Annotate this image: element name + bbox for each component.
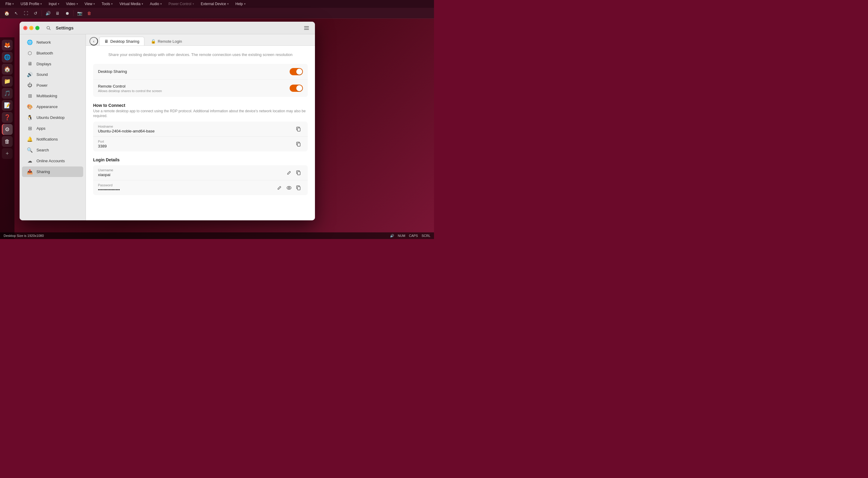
- hostname-label: Hostname: [98, 125, 155, 128]
- settings-title: Settings: [56, 25, 73, 30]
- desktop-sharing-toggle[interactable]: [290, 68, 303, 75]
- sidebar-item-appearance[interactable]: 🎨 Appearance: [22, 101, 83, 112]
- statusbar-speaker-icon: 🔊: [390, 234, 394, 238]
- taskbar-trash[interactable]: 🗑: [2, 136, 13, 147]
- window-close-button[interactable]: ×: [23, 26, 27, 30]
- desktop-sharing-label: Desktop Sharing: [98, 69, 127, 74]
- menu-tools[interactable]: Tools ▾: [98, 1, 116, 7]
- taskbar-firefox[interactable]: 🦊: [2, 40, 13, 50]
- password-row: Password ••••••••••••••••: [93, 180, 308, 195]
- menu-power-control[interactable]: Power Control ▾: [165, 1, 197, 7]
- toolbar-sep-2: [73, 10, 73, 16]
- how-to-connect-title: How to Connect: [93, 103, 308, 108]
- taskbar-settings[interactable]: ⚙: [2, 124, 13, 135]
- toolbar-cursor[interactable]: ↖: [12, 9, 21, 18]
- window-minimize-button[interactable]: −: [29, 26, 33, 30]
- multitasking-icon: ⊞: [27, 93, 33, 99]
- sidebar-item-apps[interactable]: ⊞ Apps: [22, 123, 83, 134]
- appearance-icon: 🎨: [27, 104, 33, 109]
- menu-video[interactable]: Video ▾: [63, 1, 81, 7]
- search-button[interactable]: [44, 23, 53, 33]
- hostname-value: Ubuntu-2404-noble-amd64-base: [98, 129, 155, 133]
- sidebar-item-sharing[interactable]: 📤 Sharing: [22, 166, 83, 177]
- settings-window: × − □ Settings: [20, 22, 315, 220]
- edit-username-button[interactable]: [285, 169, 293, 177]
- content-tabbar: ‹ 🖥 Desktop Sharing 🔒 Remote Login: [86, 34, 315, 46]
- window-maximize-button[interactable]: □: [35, 26, 39, 30]
- tab-remote-login[interactable]: 🔒 Remote Login: [146, 37, 187, 45]
- toolbar-sound[interactable]: 🔊: [44, 9, 52, 18]
- sidebar-item-ubuntu-desktop[interactable]: 🐧 Ubuntu Desktop: [22, 112, 83, 123]
- search-icon: [46, 26, 51, 30]
- menu-view[interactable]: View ▾: [82, 1, 98, 7]
- toolbar-record[interactable]: ⏺: [63, 9, 71, 18]
- port-label: Port: [98, 140, 107, 143]
- sidebar-item-search[interactable]: 🔍 Search: [22, 145, 83, 155]
- show-password-button[interactable]: [285, 183, 293, 192]
- svg-rect-6: [298, 143, 300, 146]
- username-row: Username xiaopai: [93, 165, 308, 180]
- copy-port-button[interactable]: [294, 140, 303, 148]
- copy-hostname-button[interactable]: [294, 125, 303, 133]
- toolbar-home[interactable]: 🏠: [2, 9, 11, 18]
- statusbar-right: 🔊 NUM CAPS SCRL: [390, 234, 430, 238]
- sidebar-item-sound[interactable]: 🔊 Sound: [22, 69, 83, 80]
- toolbar-delete[interactable]: 🗑: [85, 9, 93, 18]
- copy-username-button[interactable]: [294, 169, 303, 177]
- sidebar-item-displays[interactable]: 🖥 Displays: [22, 59, 83, 69]
- svg-rect-10: [298, 186, 300, 190]
- toolbar-refresh[interactable]: ↺: [31, 9, 40, 18]
- copy-password-button[interactable]: [294, 183, 303, 192]
- password-label: Password: [98, 183, 120, 187]
- sidebar-item-online-accounts[interactable]: ☁ Online Accounts: [22, 156, 83, 166]
- copy-icon: [296, 170, 301, 175]
- pencil-icon: [277, 186, 281, 190]
- window-controls: × − □: [23, 26, 39, 30]
- notifications-icon: 🔔: [27, 136, 33, 142]
- sidebar-item-network[interactable]: 🌐 Network: [22, 37, 83, 47]
- how-to-connect-description: Use a remote desktop app to connect usin…: [93, 109, 308, 119]
- hamburger-button[interactable]: [302, 23, 311, 33]
- sound-icon: 🔊: [27, 72, 33, 77]
- taskbar-home[interactable]: 🏠: [2, 64, 13, 75]
- statusbar: Desktop Size is 1920x1080 🔊 NUM CAPS SCR…: [0, 232, 434, 239]
- menu-help[interactable]: Help ▾: [232, 1, 249, 7]
- remote-control-sublabel: Allows desktop shares to control the scr…: [98, 89, 162, 93]
- toolbar-fullscreen[interactable]: ⛶: [22, 9, 30, 18]
- taskbar-help[interactable]: ❓: [2, 112, 13, 123]
- toolbar-display[interactable]: 🖥: [53, 9, 62, 18]
- sidebar-item-power[interactable]: ⏻ Power: [22, 80, 83, 90]
- hostname-row: Hostname Ubuntu-2404-noble-amd64-base: [93, 122, 308, 137]
- copy-icon: [296, 127, 301, 132]
- sidebar-item-notifications[interactable]: 🔔 Notifications: [22, 134, 83, 144]
- taskbar-notes[interactable]: 📝: [2, 100, 13, 111]
- username-value: xiaopai: [98, 172, 113, 177]
- sidebar-item-bluetooth[interactable]: ⬡ Bluetooth: [22, 48, 83, 58]
- taskbar-music[interactable]: 🎵: [2, 88, 13, 99]
- menu-usb-profile[interactable]: USB Profile ▾: [18, 1, 45, 7]
- settings-titlebar: × − □ Settings: [20, 22, 315, 34]
- taskbar-files[interactable]: 📁: [2, 76, 13, 87]
- login-details-title: Login Details: [93, 158, 308, 162]
- toolbar-screenshot[interactable]: 📷: [75, 9, 84, 18]
- menu-audio[interactable]: Audio ▾: [147, 1, 165, 7]
- menubar: File ▾ USB Profile ▾ Input ▾ Video ▾ Vie…: [0, 0, 434, 8]
- desktop-sharing-tab-icon: 🖥: [104, 39, 108, 44]
- menu-input[interactable]: Input ▾: [45, 1, 62, 7]
- menu-virtual-media[interactable]: Virtual Media ▾: [116, 1, 146, 7]
- menu-file[interactable]: File ▾: [2, 1, 17, 7]
- taskbar-browser[interactable]: 🌐: [2, 52, 13, 63]
- edit-password-button[interactable]: [275, 183, 284, 192]
- menu-external-device[interactable]: External Device ▾: [198, 1, 232, 7]
- chevron-down-icon: ▾: [12, 2, 14, 5]
- sidebar-item-multitasking[interactable]: ⊞ Multitasking: [22, 91, 83, 101]
- eye-icon: [287, 186, 291, 190]
- chevron-down-icon: ▾: [244, 2, 246, 5]
- back-button[interactable]: ‹: [90, 37, 98, 45]
- apps-icon: ⊞: [27, 126, 33, 131]
- bluetooth-icon: ⬡: [27, 50, 33, 56]
- taskbar-add[interactable]: +: [2, 148, 13, 159]
- remote-control-toggle[interactable]: [290, 84, 303, 92]
- tab-desktop-sharing[interactable]: 🖥 Desktop Sharing: [99, 37, 144, 45]
- sharing-toggles-card: Desktop Sharing Remote Control Allows de…: [93, 64, 308, 97]
